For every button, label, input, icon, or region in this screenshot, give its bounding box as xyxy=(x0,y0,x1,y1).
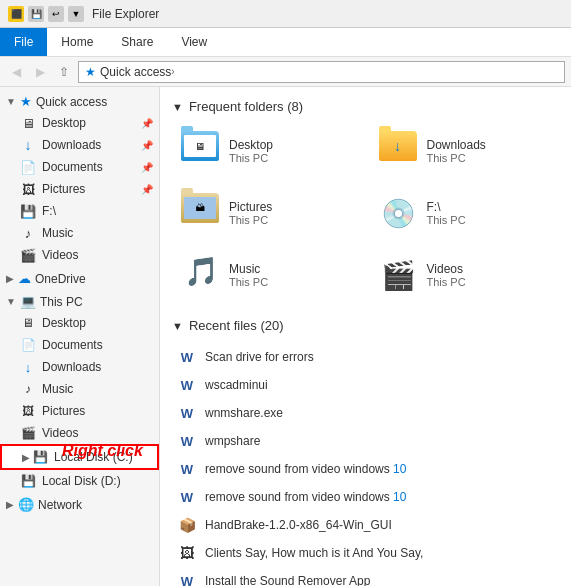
sidebar-item-local-disk-d[interactable]: 💾 Local Disk (D:) xyxy=(0,470,159,492)
recent-file-name-8: Install the Sound Remover App xyxy=(205,574,370,586)
tab-share[interactable]: Share xyxy=(107,28,167,56)
recent-file-3[interactable]: W wmpshare xyxy=(172,427,559,455)
folder-pictures-name: Pictures xyxy=(229,200,272,214)
back-button[interactable]: ◀ xyxy=(6,62,26,82)
desktop-folder-icon: 🖥 xyxy=(20,115,36,131)
drive-f-icon: 💾 xyxy=(20,203,36,219)
sidebar-item-music-quick[interactable]: ♪ Music xyxy=(0,222,159,244)
undo-icon[interactable]: ↩ xyxy=(48,6,64,22)
recent-file-name-7: Clients Say, How much is it And You Say, xyxy=(205,546,423,560)
local-disk-d-label: Local Disk (D:) xyxy=(42,474,121,488)
folders-grid: 🖥 Desktop This PC ↓ Downloads xyxy=(172,124,559,302)
toggle-network: ▶ xyxy=(6,499,14,510)
sidebar-item-this-pc-music[interactable]: ♪ Music xyxy=(0,378,159,400)
sidebar-header-network[interactable]: ▶ 🌐 Network xyxy=(0,494,159,515)
sidebar-item-documents[interactable]: 📄 Documents 📌 xyxy=(0,156,159,178)
local-disk-c-label: Local Disk (C:) xyxy=(54,450,133,464)
recent-file-5[interactable]: W remove sound from video windows 10 xyxy=(172,483,559,511)
titlebar-icons: ⬛ 💾 ↩ ▼ xyxy=(8,6,84,22)
pin-icon-documents: 📌 xyxy=(141,162,153,173)
folder-desktop-sub: This PC xyxy=(229,152,273,164)
recent-files-header: ▼ Recent files (20) xyxy=(172,318,559,333)
folder-tile-downloads[interactable]: ↓ Downloads This PC xyxy=(370,124,560,178)
folder-tile-pictures[interactable]: 🏔 Pictures This PC xyxy=(172,186,362,240)
sidebar-item-this-pc-documents[interactable]: 📄 Documents xyxy=(0,334,159,356)
word-icon-1: W xyxy=(177,375,197,395)
folder-downloads-sub: This PC xyxy=(427,152,486,164)
this-pc-videos-icon: 🎬 xyxy=(20,425,36,441)
recent-file-name-6: HandBrake-1.2.0-x86_64-Win_GUI xyxy=(205,518,392,532)
documents-folder-icon: 📄 xyxy=(20,159,36,175)
sidebar-item-fdrive-label: F:\ xyxy=(42,204,56,218)
dropdown-icon[interactable]: ▼ xyxy=(68,6,84,22)
tab-view[interactable]: View xyxy=(167,28,221,56)
folder-fdrive-name: F:\ xyxy=(427,200,466,214)
sidebar-item-desktop[interactable]: 🖥 Desktop 📌 xyxy=(0,112,159,134)
folder-downloads-name: Downloads xyxy=(427,138,486,152)
chevron-folders: ▼ xyxy=(172,101,183,113)
sidebar-item-this-pc-pictures[interactable]: 🖼 Pictures xyxy=(0,400,159,422)
recent-file-7[interactable]: 🖼 Clients Say, How much is it And You Sa… xyxy=(172,539,559,567)
pin-icon-pictures: 📌 xyxy=(141,184,153,195)
recent-file-4[interactable]: W remove sound from video windows 10 xyxy=(172,455,559,483)
toggle-onedrive: ▶ xyxy=(6,273,14,284)
sidebar-item-videos-quick[interactable]: 🎬 Videos xyxy=(0,244,159,266)
this-pc-documents-icon: 📄 xyxy=(20,337,36,353)
sidebar-item-fdrive[interactable]: 💾 F:\ xyxy=(0,200,159,222)
sidebar-item-pictures[interactable]: 🖼 Pictures 📌 xyxy=(0,178,159,200)
up-button[interactable]: ⇧ xyxy=(54,62,74,82)
tab-home[interactable]: Home xyxy=(47,28,107,56)
ribbon-tabs: File Home Share View xyxy=(0,28,571,56)
sidebar-item-this-pc-videos[interactable]: 🎬 Videos xyxy=(0,422,159,444)
sidebar-item-local-disk-c[interactable]: ▶ 💾 Local Disk (C:) Right click xyxy=(0,444,159,470)
quick-access-icon: ⬛ xyxy=(8,6,24,22)
recent-file-1[interactable]: W wscadminui xyxy=(172,371,559,399)
save-icon[interactable]: 💾 xyxy=(28,6,44,22)
forward-button[interactable]: ▶ xyxy=(30,62,50,82)
folder-desktop-name: Desktop xyxy=(229,138,273,152)
downloads-folder-icon: ↓ xyxy=(20,137,36,153)
folder-tile-videos[interactable]: 🎬 Videos This PC xyxy=(370,248,560,302)
quick-access-star-icon: ★ xyxy=(20,94,32,109)
onedrive-icon: ☁ xyxy=(18,271,31,286)
sidebar-section-network: ▶ 🌐 Network xyxy=(0,494,159,515)
music-folder-icon: ♪ xyxy=(20,225,36,241)
image-icon-7: 🖼 xyxy=(177,543,197,563)
sidebar-header-onedrive[interactable]: ▶ ☁ OneDrive xyxy=(0,268,159,289)
tab-file[interactable]: File xyxy=(0,28,47,56)
sidebar-section-this-pc: ▼ 💻 This PC 🖥 Desktop 📄 Documents ↓ Down… xyxy=(0,291,159,492)
installer-icon-6: 📦 xyxy=(177,515,197,535)
recent-file-6[interactable]: 📦 HandBrake-1.2.0-x86_64-Win_GUI xyxy=(172,511,559,539)
this-pc-desktop-icon: 🖥 xyxy=(20,315,36,331)
sidebar-section-onedrive: ▶ ☁ OneDrive xyxy=(0,268,159,289)
sidebar-item-this-pc-downloads[interactable]: ↓ Downloads xyxy=(0,356,159,378)
network-icon: 🌐 xyxy=(18,497,34,512)
sidebar-item-this-pc-desktop[interactable]: 🖥 Desktop xyxy=(0,312,159,334)
folder-videos-name: Videos xyxy=(427,262,466,276)
sidebar-header-this-pc[interactable]: ▼ 💻 This PC xyxy=(0,291,159,312)
address-path[interactable]: ★ Quick access › xyxy=(78,61,565,83)
folder-tile-desktop[interactable]: 🖥 Desktop This PC xyxy=(172,124,362,178)
recent-file-0[interactable]: W Scan drive for errors xyxy=(172,343,559,371)
folder-pictures-text: Pictures This PC xyxy=(229,200,272,226)
pin-icon-downloads: 📌 xyxy=(141,140,153,151)
folder-music-sub: This PC xyxy=(229,276,268,288)
folder-tile-fdrive[interactable]: 💿 F:\ This PC xyxy=(370,186,560,240)
this-pc-label: This PC xyxy=(40,295,83,309)
folder-tile-music[interactable]: 🎵 Music This PC xyxy=(172,248,362,302)
sidebar-item-downloads[interactable]: ↓ Downloads 📌 xyxy=(0,134,159,156)
recent-file-8[interactable]: W Install the Sound Remover App xyxy=(172,567,559,586)
folder-pictures-sub: This PC xyxy=(229,214,272,226)
sidebar-header-quick-access[interactable]: ▼ ★ Quick access xyxy=(0,91,159,112)
word-icon-8: W xyxy=(177,571,197,586)
recent-file-name-2: wnmshare.exe xyxy=(205,406,283,420)
recent-file-2[interactable]: W wnmshare.exe xyxy=(172,399,559,427)
this-pc-desktop-label: Desktop xyxy=(42,316,86,330)
this-pc-documents-label: Documents xyxy=(42,338,103,352)
this-pc-videos-label: Videos xyxy=(42,426,78,440)
folder-videos-tile-icon: 🎬 xyxy=(379,255,419,295)
toggle-quick-access: ▼ xyxy=(6,96,16,107)
this-pc-icon: 💻 xyxy=(20,294,36,309)
content-area: ▼ Frequent folders (8) 🖥 Desktop This PC xyxy=(160,87,571,586)
folder-downloads-text: Downloads This PC xyxy=(427,138,486,164)
